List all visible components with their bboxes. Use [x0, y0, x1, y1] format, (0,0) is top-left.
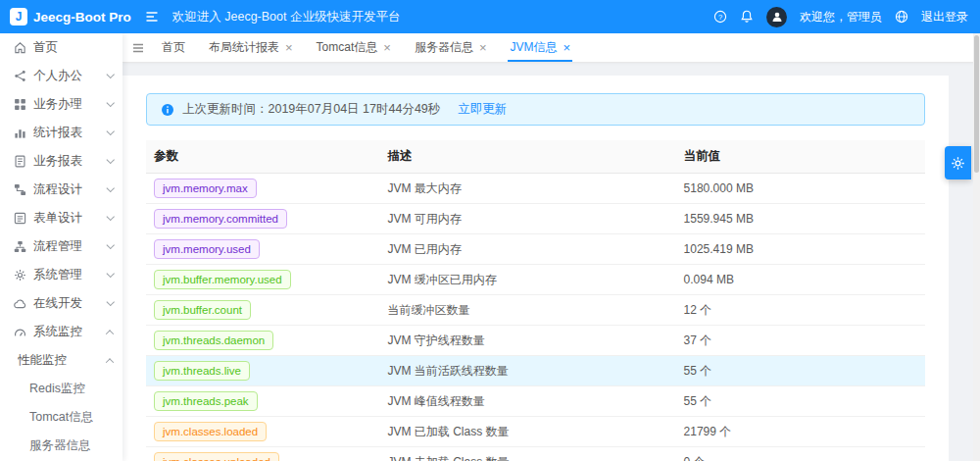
logout-link[interactable]: 退出登录	[921, 9, 968, 26]
row-param-cell: jvm.memory.used	[146, 234, 380, 265]
sidebar-item-tomcat-info[interactable]: Tomcat信息	[0, 403, 122, 432]
sidebar-item-label: Redis监控	[29, 381, 85, 397]
chevron-down-icon	[106, 297, 114, 305]
column-header-param: 参数	[146, 140, 380, 174]
row-value-cell: 0.094 MB	[676, 265, 925, 295]
sidebar-item-form-design[interactable]: 表单设计	[0, 204, 122, 232]
chevron-up-icon	[106, 330, 114, 337]
table-row[interactable]: jvm.buffer.memory.usedJVM 缓冲区已用内存0.094 M…	[146, 265, 925, 295]
sidebar-item-label: 系统监控	[33, 324, 82, 340]
row-param-cell: jvm.threads.peak	[146, 386, 380, 417]
sidebar-item-process-design[interactable]: 流程设计	[0, 176, 122, 204]
sidebar-item-personal-office[interactable]: 个人办公	[0, 62, 122, 90]
sidebar-item-label: 业务办理	[33, 96, 82, 113]
param-tag: jvm.buffer.memory.used	[154, 270, 291, 289]
tab-label: 服务器信息	[415, 39, 473, 56]
sidebar-item-home[interactable]: 首页	[0, 33, 122, 62]
sidebar-item-system-monitor[interactable]: 系统监控	[0, 318, 122, 346]
tab-jvm-info[interactable]: JVM信息×	[498, 33, 582, 62]
row-param-cell: jvm.memory.committed	[146, 204, 380, 234]
column-header-value: 当前值	[676, 140, 925, 174]
scrollbar[interactable]	[973, 33, 980, 461]
table-row[interactable]: jvm.memory.committedJVM 可用内存1559.945 MB	[146, 204, 925, 234]
chevron-down-icon	[106, 70, 114, 77]
sidebar-item-label: 流程管理	[33, 238, 82, 255]
avatar[interactable]	[766, 7, 787, 27]
info-icon	[161, 103, 174, 117]
tab-home[interactable]: 首页	[150, 33, 197, 62]
header-actions: ? 欢迎您，管理员 退出登录	[713, 7, 980, 27]
row-param-cell: jvm.buffer.memory.used	[146, 265, 380, 295]
row-value-cell: 37 个	[676, 326, 925, 356]
sidebar-item-label: 业务报表	[33, 153, 82, 170]
row-param-cell: jvm.threads.live	[146, 356, 380, 386]
flow-icon	[14, 183, 26, 196]
share-icon	[14, 70, 26, 82]
sidebar-item-online-dev[interactable]: 在线开发	[0, 289, 122, 318]
tab-tomcat-info[interactable]: Tomcat信息×	[305, 33, 403, 62]
tab-server-info[interactable]: 服务器信息×	[403, 33, 499, 62]
sidebar-item-business-report[interactable]: 业务报表	[0, 147, 122, 176]
refresh-now-link[interactable]: 立即更新	[458, 101, 507, 118]
tab-close-icon[interactable]: ×	[285, 41, 293, 54]
bell-icon[interactable]	[740, 10, 754, 24]
menu-fold-icon[interactable]	[145, 10, 159, 24]
param-tag: jvm.memory.committed	[154, 209, 287, 229]
row-value-cell: 55 个	[676, 356, 925, 386]
table-row[interactable]: jvm.memory.maxJVM 最大内存5180.000 MB	[146, 174, 925, 204]
tab-layout-stats[interactable]: 布局统计报表×	[197, 33, 305, 62]
sidebar-item-system-management[interactable]: 系统管理	[0, 261, 122, 289]
row-desc-cell: JVM 未加载 Class 数量	[380, 447, 676, 461]
tabs-menu-icon[interactable]	[126, 33, 150, 62]
help-icon[interactable]: ?	[713, 10, 727, 24]
tab-label: JVM信息	[510, 39, 557, 56]
table-row[interactable]: jvm.buffer.count当前缓冲区数量12 个	[146, 295, 925, 326]
chevron-up-icon	[106, 358, 114, 366]
sidebar-item-performance-monitor[interactable]: 性能监控	[0, 346, 122, 375]
row-value-cell: 21799 个	[676, 417, 925, 447]
row-desc-cell: JVM 缓冲区已用内存	[380, 265, 676, 295]
gear-icon	[14, 269, 26, 282]
row-value-cell: 55 个	[676, 386, 925, 417]
param-tag: jvm.threads.peak	[154, 391, 258, 411]
logo[interactable]: J Jeecg-Boot Pro	[0, 8, 131, 26]
user-greeting[interactable]: 欢迎您，管理员	[800, 9, 882, 26]
sidebar-item-label: 性能监控	[18, 352, 67, 369]
tab-list: 首页布局统计报表×Tomcat信息×服务器信息×JVM信息×	[150, 33, 582, 62]
sidebar-item-process-management[interactable]: 流程管理	[0, 232, 122, 261]
row-desc-cell: JVM 最大内存	[380, 174, 676, 204]
scrollbar-thumb[interactable]	[974, 35, 979, 173]
settings-button[interactable]	[945, 146, 971, 179]
table-row[interactable]: jvm.threads.liveJVM 当前活跃线程数量55 个	[146, 356, 925, 386]
apps-icon	[14, 98, 26, 111]
table-row[interactable]: jvm.memory.usedJVM 已用内存1025.419 MB	[146, 234, 925, 265]
sidebar-item-redis-monitor[interactable]: Redis监控	[0, 375, 122, 403]
chevron-down-icon	[106, 183, 114, 191]
tab-close-icon[interactable]: ×	[563, 41, 570, 54]
table-row[interactable]: jvm.threads.daemonJVM 守护线程数量37 个	[146, 326, 925, 356]
sidebar-item-business-handling[interactable]: 业务办理	[0, 90, 122, 119]
row-desc-cell: JVM 当前活跃线程数量	[380, 356, 676, 386]
globe-icon[interactable]	[895, 10, 908, 24]
table-row[interactable]: jvm.threads.peakJVM 峰值线程数量55 个	[146, 386, 925, 417]
row-value-cell: 1559.945 MB	[676, 204, 925, 234]
row-desc-cell: JVM 已用内存	[380, 234, 676, 265]
sidebar-item-label: 首页	[33, 39, 58, 56]
row-param-cell: jvm.memory.max	[146, 174, 380, 204]
param-tag: jvm.threads.live	[154, 361, 250, 381]
bar-chart-icon	[14, 127, 26, 139]
tab-close-icon[interactable]: ×	[479, 41, 487, 54]
table-row[interactable]: jvm.classes.unloadedJVM 未加载 Class 数量0 个	[146, 447, 925, 461]
main-content: 上次更新时间：2019年07月04日 17时44分49秒 立即更新 参数 描述 …	[122, 63, 980, 461]
row-value-cell: 5180.000 MB	[676, 174, 925, 204]
tab-close-icon[interactable]: ×	[383, 41, 391, 54]
sidebar-item-label: 在线开发	[33, 295, 82, 312]
sidebar-menu: 首页个人办公业务办理统计报表业务报表流程设计表单设计流程管理系统管理在线开发系统…	[0, 33, 122, 460]
table-row[interactable]: jvm.classes.loadedJVM 已加载 Class 数量21799 …	[146, 417, 925, 447]
sidebar-item-server-info[interactable]: 服务器信息	[0, 432, 122, 460]
sidebar-item-stats-report[interactable]: 统计报表	[0, 119, 122, 147]
row-value-cell: 0 个	[676, 447, 925, 461]
row-param-cell: jvm.classes.loaded	[146, 417, 380, 447]
param-tag: jvm.threads.daemon	[154, 331, 273, 350]
logo-icon: J	[10, 8, 27, 26]
